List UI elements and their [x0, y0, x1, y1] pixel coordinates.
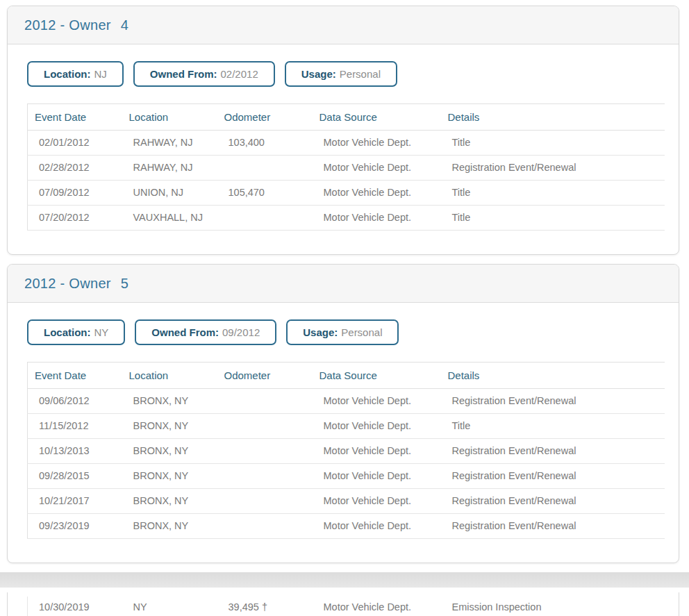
detail-line: Title — [452, 419, 658, 433]
odometer-cell — [217, 206, 313, 231]
events-table-body: 09/06/2012BRONX, NYMotor Vehicle Dept.Re… — [28, 389, 665, 539]
data-source-cell: Motor Vehicle Dept. — [313, 181, 441, 206]
column-header-details: Details — [441, 363, 665, 389]
detail-line: Emission Inspection — [452, 601, 658, 614]
details-cell: Title — [441, 206, 665, 231]
detail-line: Registration Event/Renewal — [452, 394, 658, 408]
detail-line: Title — [452, 186, 658, 199]
data-source-cell: Motor Vehicle Dept. — [313, 439, 441, 464]
header-row: Event DateLocationOdometerData SourceDet… — [28, 104, 665, 131]
owner-title-text: 2012 - Owner — [24, 276, 111, 291]
details-cell: Title — [441, 414, 665, 439]
badge-value: 09/2012 — [222, 326, 260, 338]
odometer-cell — [217, 414, 313, 439]
column-header-event-date: Event Date — [28, 363, 122, 389]
location-cell: VAUXHALL, NJ — [122, 206, 217, 231]
odometer-cell — [217, 464, 313, 489]
info-badge-location: Location:NJ — [27, 61, 124, 87]
event-date-cell: 10/21/2017 — [28, 489, 122, 514]
event-date-cell: 11/15/2012 — [28, 414, 122, 439]
odometer-cell: 103,400 — [217, 131, 313, 156]
location-cell: BRONX, NY — [122, 389, 217, 414]
column-header-odometer: Odometer — [217, 363, 313, 389]
badge-label: Owned From: — [150, 68, 217, 80]
badge-label: Owned From: — [151, 326, 219, 338]
details-cell: Title — [441, 131, 665, 156]
column-header-data-source: Data Source — [313, 363, 441, 389]
badge-label: Usage: — [301, 68, 336, 80]
detail-line: Registration Event/Renewal — [452, 444, 658, 458]
location-cell: BRONX, NY — [122, 464, 217, 489]
odometer-cell — [217, 156, 313, 181]
detail-line: Title — [452, 211, 658, 224]
event-date-cell: 07/20/2012 — [28, 206, 122, 231]
event-row: 09/28/2015BRONX, NYMotor Vehicle Dept.Re… — [28, 464, 665, 489]
column-header-data-source: Data Source — [313, 104, 441, 131]
event-date-cell: 10/30/2019 — [28, 597, 122, 616]
detail-line: Registration Event/Renewal — [452, 494, 658, 508]
event-row: 10/21/2017BRONX, NYMotor Vehicle Dept.Re… — [28, 489, 665, 514]
details-cell: Registration Event/Renewal — [441, 489, 665, 514]
events-table-body: 02/01/2012RAHWAY, NJ103,400Motor Vehicle… — [28, 131, 665, 231]
events-table-body: 10/30/2019NY39,495 †Motor Vehicle Dept.E… — [28, 597, 665, 616]
data-source-cell: Motor Vehicle Dept. — [313, 414, 441, 439]
event-row: 02/28/2012RAHWAY, NJMotor Vehicle Dept.R… — [28, 156, 665, 181]
badge-value: NY — [94, 326, 109, 338]
location-cell: BRONX, NY — [122, 489, 217, 514]
details-cell: Registration Event/Renewal — [441, 389, 665, 414]
event-date-cell: 09/23/2019 — [28, 514, 122, 539]
column-header-details: Details — [441, 104, 665, 131]
data-source-cell: Motor Vehicle Dept. — [313, 131, 441, 156]
owner-section-card: 2012 - Owner5Location:NYOwned From:09/20… — [7, 264, 679, 563]
data-source-cell: Motor Vehicle Dept. — [313, 514, 441, 539]
location-cell: RAHWAY, NJ — [122, 156, 217, 181]
history-events-table: 10/30/2019NY39,495 †Motor Vehicle Dept.E… — [27, 597, 665, 616]
odometer-cell — [217, 389, 313, 414]
column-header-location: Location — [122, 104, 217, 131]
owner-section-header: 2012 - Owner5 — [8, 265, 679, 303]
details-cell: Registration Event/Renewal — [441, 464, 665, 489]
details-cell: Registration Event/Renewal — [441, 514, 665, 539]
data-source-cell: Motor Vehicle Dept. — [313, 464, 441, 489]
badge-label: Location: — [44, 68, 91, 80]
events-table-head: Event DateLocationOdometerData SourceDet… — [28, 104, 665, 131]
badge-value: NJ — [94, 68, 107, 80]
data-source-cell: Motor Vehicle Dept. — [313, 389, 441, 414]
owner-section-title: 2012 - Owner4 — [24, 17, 662, 33]
owner-section-header: 2012 - Owner4 — [8, 6, 679, 44]
event-row: 02/01/2012RAHWAY, NJ103,400Motor Vehicle… — [28, 131, 665, 156]
info-badge-usage: Usage:Personal — [285, 61, 397, 87]
location-cell: NY — [122, 597, 217, 616]
column-header-location: Location — [122, 363, 217, 389]
detail-line: Title — [452, 136, 658, 149]
info-badge-owned-from: Owned From:09/2012 — [135, 319, 276, 345]
details-cell: Emission InspectionPassed Safety Inspect… — [441, 597, 665, 616]
badge-label: Usage: — [303, 326, 338, 338]
odometer-cell — [217, 489, 313, 514]
column-header-odometer: Odometer — [217, 104, 313, 131]
section-separator-band — [0, 572, 689, 588]
owner-number: 4 — [121, 17, 128, 33]
data-source-cell: Motor Vehicle Dept. — [313, 489, 441, 514]
column-header-event-date: Event Date — [28, 104, 122, 131]
event-row: 11/15/2012BRONX, NYMotor Vehicle Dept.Ti… — [28, 414, 665, 439]
badge-label: Location: — [44, 326, 91, 338]
owner-info-badges: Location:NYOwned From:09/2012Usage:Perso… — [27, 319, 665, 345]
details-cell: Registration Event/Renewal — [441, 156, 665, 181]
event-row: 10/30/2019NY39,495 †Motor Vehicle Dept.E… — [28, 597, 665, 616]
location-cell: BRONX, NY — [122, 414, 217, 439]
header-row: Event DateLocationOdometerData SourceDet… — [28, 363, 665, 389]
info-badge-usage: Usage:Personal — [286, 319, 399, 345]
event-row: 10/13/2013BRONX, NYMotor Vehicle Dept.Re… — [28, 439, 665, 464]
owner-number: 5 — [121, 276, 128, 291]
detail-line: Registration Event/Renewal — [452, 519, 658, 533]
event-date-cell: 10/13/2013 — [28, 439, 122, 464]
location-cell: BRONX, NY — [122, 439, 217, 464]
odometer-cell — [217, 514, 313, 539]
event-row: 09/23/2019BRONX, NYMotor Vehicle Dept.Re… — [28, 514, 665, 539]
details-cell: Title — [441, 181, 665, 206]
badge-value: 02/2012 — [221, 68, 258, 80]
owner-section-title: 2012 - Owner5 — [24, 276, 662, 292]
odometer-cell: 105,470 — [217, 181, 313, 206]
location-cell: RAHWAY, NJ — [122, 131, 217, 156]
